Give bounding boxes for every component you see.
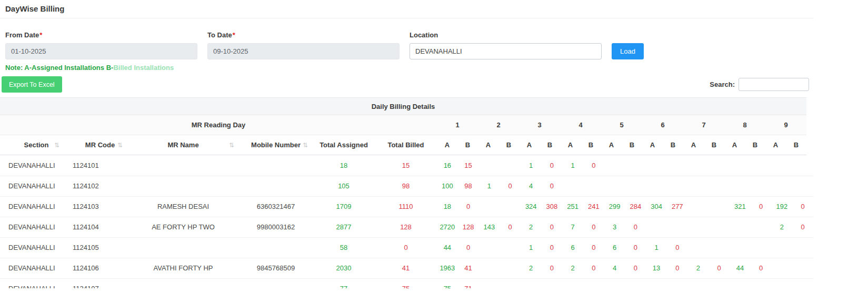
td-mr-name xyxy=(127,155,239,176)
td-day4-b: 0 xyxy=(583,217,604,237)
col-header-day1-b: B xyxy=(457,135,478,155)
from-date-input[interactable] xyxy=(5,43,197,59)
td-total-assigned: 105 xyxy=(313,176,375,196)
col-header-total-billed: Total Billed xyxy=(375,135,437,155)
td-day7-b xyxy=(709,278,730,288)
td-mobile-number xyxy=(239,278,313,288)
td-day1-a: 2720 xyxy=(437,217,458,237)
col-header-day8-b: B xyxy=(745,135,765,155)
col-header-day5-a: A xyxy=(601,135,622,155)
td-day6-b xyxy=(667,155,688,176)
td-day8-a xyxy=(730,155,751,176)
table-row: DEVANAHALLI1124103RAMESH DESAI6360321467… xyxy=(0,196,813,217)
td-day2-a xyxy=(478,196,500,217)
to-date-input[interactable] xyxy=(207,43,400,59)
td-section: DEVANAHALLI xyxy=(0,176,64,196)
td-section: DEVANAHALLI xyxy=(0,258,64,278)
header-table: Daily Billing Details MR Reading Day 123… xyxy=(0,97,806,155)
td-day6-b xyxy=(667,217,688,237)
td-day3-b xyxy=(542,278,563,288)
td-day7-a xyxy=(688,196,709,217)
col-header-day9-b: B xyxy=(786,135,806,155)
td-mr-code: 1124106 xyxy=(64,258,127,278)
td-day5-a xyxy=(604,278,625,288)
day-header-5: 5 xyxy=(601,115,642,135)
col-header-day5-b: B xyxy=(622,135,642,155)
search-input[interactable] xyxy=(739,78,809,91)
load-button[interactable]: Load xyxy=(612,43,644,59)
toolbar: Export To Excel Search: xyxy=(0,72,813,93)
from-date-field: From Date* xyxy=(5,31,197,59)
col-header-day3-b: B xyxy=(540,135,560,155)
search-label: Search: xyxy=(710,80,735,88)
td-mr-code: 1124102 xyxy=(64,176,127,196)
col-header-day4-b: B xyxy=(581,135,601,155)
td-day1-a: 100 xyxy=(437,176,458,196)
td-mr-name: AVATHI FORTY HP xyxy=(127,258,239,278)
td-day6-b: 0 xyxy=(667,237,688,258)
table-body-scroll[interactable]: DEVANAHALLI1124101181516151010DEVANAHALL… xyxy=(0,155,813,288)
note-strong-text: Note: A-Assigned Installations B- xyxy=(5,64,113,72)
sort-icon: ⇅ xyxy=(117,142,123,149)
td-day3-a: 2 xyxy=(521,258,542,278)
td-day4-b: 0 xyxy=(583,258,604,278)
required-asterisk: * xyxy=(233,31,235,39)
td-day2-b xyxy=(500,196,521,217)
table-row: DEVANAHALLI1124104AE FORTY HP TWO9980003… xyxy=(0,217,813,237)
td-day5-b: 284 xyxy=(625,196,646,217)
col-header-day8-a: A xyxy=(724,135,745,155)
col-header-day4-a: A xyxy=(560,135,581,155)
td-total-assigned: 18 xyxy=(313,155,375,176)
td-day7-a: 2 xyxy=(688,258,709,278)
sort-icon: ⇅ xyxy=(229,142,234,149)
table-row: DEVANAHALLI112410210598100981040 xyxy=(0,176,813,196)
td-day5-b xyxy=(625,278,646,288)
td-day5-a: 299 xyxy=(604,196,625,217)
col-header-mr-code[interactable]: MR Code⇅ xyxy=(64,135,127,155)
required-asterisk: * xyxy=(39,31,42,39)
note-light-text: Billed Installations xyxy=(113,64,174,72)
col-header-day2-a: A xyxy=(478,135,498,155)
td-day4-a xyxy=(562,278,583,288)
td-day4-b: 241 xyxy=(583,196,604,217)
col-header-day6-b: B xyxy=(663,135,683,155)
col-header-mobile-number[interactable]: Mobile Number⇅ xyxy=(239,135,313,155)
td-day9-a xyxy=(772,258,793,278)
td-day4-a: 6 xyxy=(562,237,583,258)
td-day7-a xyxy=(688,237,709,258)
td-total-assigned: 2030 xyxy=(313,258,375,278)
td-day9-b: 0 xyxy=(792,196,813,217)
td-day2-a xyxy=(478,258,500,278)
td-total-billed: 41 xyxy=(375,258,437,278)
location-input[interactable] xyxy=(410,43,602,59)
export-to-excel-button[interactable]: Export To Excel xyxy=(2,76,62,93)
td-day2-a: 1 xyxy=(478,176,500,196)
td-day4-b: 0 xyxy=(583,237,604,258)
mr-reading-day-header: MR Reading Day xyxy=(0,115,437,135)
td-day6-a xyxy=(646,155,667,176)
body-table: DEVANAHALLI1124101181516151010DEVANAHALL… xyxy=(0,155,813,288)
td-day4-a: 7 xyxy=(562,217,583,237)
to-date-label: To Date* xyxy=(207,31,400,39)
col-header-total-assigned: Total Assigned xyxy=(313,135,375,155)
day-header-8: 8 xyxy=(724,115,765,135)
td-day3-b: 0 xyxy=(542,237,563,258)
td-day1-b: 71 xyxy=(458,278,479,288)
col-header-day3-a: A xyxy=(519,135,540,155)
td-section: DEVANAHALLI xyxy=(0,217,64,237)
col-header-section[interactable]: Section⇅ xyxy=(0,135,64,155)
to-date-field: To Date* xyxy=(207,31,400,59)
td-total-billed: 1110 xyxy=(375,196,437,217)
col-header-mr-name[interactable]: MR Name⇅ xyxy=(127,135,239,155)
td-day2-b xyxy=(500,237,521,258)
td-day3-b: 0 xyxy=(542,217,563,237)
td-mobile-number: 6360321467 xyxy=(239,196,313,217)
col-header-day9-a: A xyxy=(765,135,786,155)
td-day1-b: 15 xyxy=(458,155,479,176)
td-day7-b: 0 xyxy=(709,258,730,278)
td-day6-a xyxy=(646,278,667,288)
td-total-billed: 15 xyxy=(375,155,437,176)
td-day1-a: 44 xyxy=(437,237,458,258)
td-day3-b: 308 xyxy=(542,196,563,217)
td-mr-code: 1124107 xyxy=(64,278,127,288)
